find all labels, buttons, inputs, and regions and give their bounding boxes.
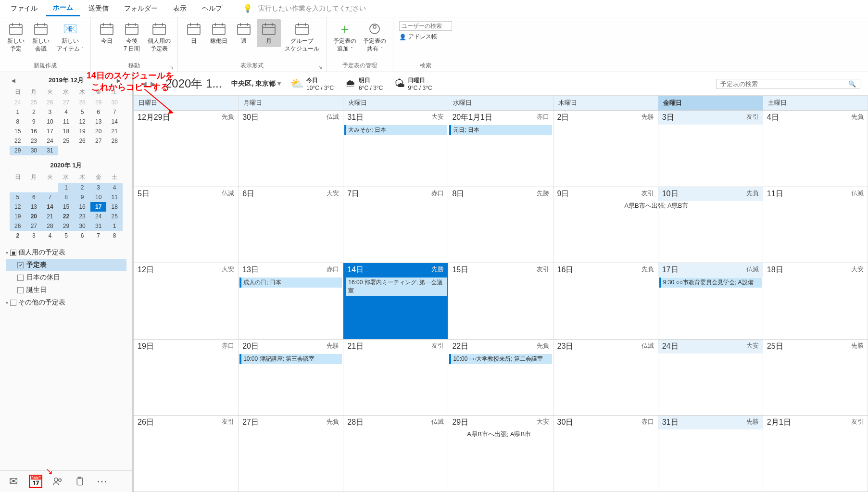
next-7-days-button[interactable]: 今後7 日間 [120,19,144,54]
checkbox[interactable] [17,287,24,293]
mini-cal-day[interactable]: 18 [58,126,75,136]
mini-cal-day[interactable]: 30 [74,221,90,231]
mini-cal-day[interactable]: 7 [42,192,58,202]
calendar-cell[interactable]: 31日大安大みそか; 日本 [343,111,448,187]
today-button[interactable]: 今日 [95,19,119,47]
calendar-cell[interactable]: 19日赤口 [134,340,239,416]
calendar-search[interactable]: 🔍 [716,79,860,89]
calendar-cell[interactable]: 30日赤口 [554,416,658,492]
mini-cal-day[interactable]: 13 [90,117,107,126]
mini-cal-day[interactable] [106,146,123,155]
mini-cal-day[interactable]: 1 [106,221,123,231]
mini-cal-day[interactable]: 15 [10,126,26,136]
search-icon[interactable]: 🔍 [848,80,856,88]
calendar-cell[interactable]: 14日先勝16:00 部署内ミーティング; 第一会議室 [343,263,448,339]
share-calendar-button[interactable]: 予定表の共有 ˅ [360,19,389,54]
dialog-launcher-icon[interactable]: ↘ [170,64,174,70]
tab-sendreceive[interactable]: 送受信 [82,1,115,16]
calendar-cell[interactable]: 21日友引 [343,340,448,416]
mini-cal-day[interactable] [42,183,58,192]
tell-me-input[interactable]: 実行したい作業を入力してください [254,4,370,13]
mini-cal-day[interactable]: 24 [42,136,58,146]
tasks-icon[interactable] [73,475,87,488]
mini-cal-day[interactable]: 26 [42,98,58,107]
calendar-cell[interactable]: 25日先勝 [763,340,868,416]
mini-cal-day[interactable] [26,183,42,192]
mini-cal-day[interactable]: 28 [106,136,123,146]
calendar-event[interactable]: 10:00 ○○大学教授来所; 第二会議室 [449,354,552,364]
mini-cal-day[interactable]: 29 [90,98,107,107]
calendar-cell[interactable]: 16日先負 [554,263,658,339]
calendar-group[interactable]: ▾◼個人用の予定表 [6,246,126,259]
mail-icon[interactable]: ✉ [7,475,20,488]
calendar-cell[interactable]: 23日仏滅 [554,340,658,416]
calendar-item[interactable]: 誕生日 [6,284,126,296]
calendar-cell[interactable]: 12日大安 [134,263,239,339]
calendar-cell[interactable]: 8日先勝 [448,187,553,263]
new-meeting-button[interactable]: 新しい会議 [29,19,53,54]
mini-cal-day[interactable]: 30 [26,146,42,155]
mini-cal-prev-button[interactable]: ◀ [12,78,15,83]
checkbox[interactable]: ◼ [10,250,16,256]
mini-cal-day[interactable]: 11 [106,192,123,202]
mini-cal-day[interactable]: 28 [74,98,90,107]
mini-cal-day[interactable]: 7 [90,231,107,240]
mini-cal-day[interactable]: 11 [58,117,75,126]
mini-cal-day[interactable]: 31 [42,146,58,155]
more-icon[interactable]: ⋯ [95,475,109,488]
tab-view[interactable]: 表示 [166,1,193,16]
mini-cal-day[interactable]: 22 [58,212,75,221]
mini-cal-day[interactable]: 23 [74,212,90,221]
week-view-button[interactable]: 週 [232,19,256,47]
calendar-cell[interactable]: 20日先勝10:00 簿記講座; 第三会議室 [239,340,343,416]
mini-cal-day[interactable]: 29 [58,221,75,231]
calendar-cell[interactable]: 7日赤口 [343,187,448,263]
mini-cal-day[interactable]: 26 [74,136,90,146]
calendar-event[interactable]: 元日; 日本 [449,125,552,135]
calendar-cell[interactable]: 9日友引 [554,187,658,263]
tab-home[interactable]: ホーム [46,0,80,16]
calendar-item[interactable]: ✓予定表 [6,259,126,271]
mini-cal-day[interactable]: 19 [74,126,90,136]
calendar-cell[interactable]: 26日友引 [134,416,239,492]
mini-cal-day[interactable]: 4 [42,231,58,240]
location-dropdown[interactable]: 中央区, 東京都 ▾ [231,79,281,88]
calendar-cell[interactable]: 3日友引 [658,111,763,187]
tab-help[interactable]: ヘルプ [195,1,229,16]
mini-cal-day[interactable]: 19 [10,212,26,221]
mini-cal-day[interactable]: 27 [26,221,42,231]
mini-cal-day[interactable]: 16 [26,126,42,136]
mini-cal-day[interactable]: 6 [90,107,107,117]
calendar-cell[interactable]: 5日仏滅 [134,187,239,263]
work-week-view-button[interactable]: 稼働日 [207,19,231,47]
calendar-event-span[interactable]: A県B市へ出張; A県B市 [239,430,759,439]
mini-cal-day[interactable]: 8 [10,117,26,126]
calendar-cell[interactable]: 17日仏滅9:30 ○○市教育委員会見学会; A設備 [658,263,763,339]
calendar-cell[interactable]: 30日仏滅 [239,111,343,187]
calendar-cell[interactable]: 4日先負 [763,111,868,187]
schedule-view-button[interactable]: グループスケジュール [282,19,322,54]
mini-cal-day[interactable]: 20 [26,212,42,221]
mini-cal-day[interactable]: 25 [106,212,123,221]
calendar-search-input[interactable] [720,80,848,88]
people-icon[interactable] [51,475,64,488]
month-view-button[interactable]: 月 [257,19,281,47]
mini-cal-day[interactable]: 29 [10,146,26,155]
add-calendar-button[interactable]: ＋予定表の追加 ˅ [330,19,359,54]
mini-cal-day[interactable]: 17 [42,126,58,136]
mini-cal-day[interactable]: 30 [106,98,123,107]
mini-cal-day[interactable]: 3 [42,107,58,117]
calendar-cell[interactable]: 29日大安 [448,416,553,492]
calendar-cell[interactable]: 12月29日先負 [134,111,239,187]
mini-cal-day[interactable]: 21 [42,212,58,221]
calendar-cell[interactable]: 2月1日友引 [763,416,868,492]
mini-cal-day[interactable]: 3 [90,183,107,192]
mini-cal-day[interactable]: 27 [90,136,107,146]
mini-cal-day[interactable]: 27 [58,98,75,107]
calendar-cell[interactable]: 10日先負 [658,187,763,263]
tab-folder[interactable]: フォルダー [117,1,164,16]
mini-cal-day[interactable]: 8 [106,231,123,240]
mini-cal-day[interactable]: 4 [106,183,123,192]
mini-cal-day[interactable]: 6 [26,192,42,202]
mini-cal-day[interactable]: 5 [10,192,26,202]
